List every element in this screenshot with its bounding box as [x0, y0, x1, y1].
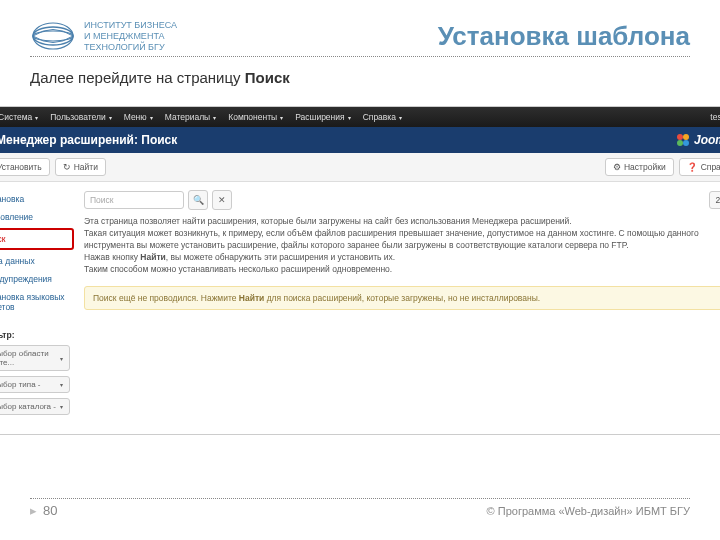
instruction-bold: Поиск: [245, 69, 290, 86]
svg-point-4: [683, 134, 689, 140]
instruction-prefix: Далее перейдите на страницу: [30, 69, 245, 86]
sidebar-item-database[interactable]: База данных: [0, 252, 70, 270]
svg-point-3: [677, 134, 683, 140]
help-text: Эта страница позволяет найти расширения,…: [84, 216, 720, 275]
search-icon: 🔍: [193, 195, 204, 205]
help-line-1: Эта страница позволяет найти расширения,…: [84, 216, 720, 228]
page-size-select[interactable]: 20: [709, 191, 720, 209]
settings-button[interactable]: ⚙Настройки: [605, 158, 674, 176]
admin-top-menu: ✦ Система ▾ Пользователи ▾ Меню ▾ Матери…: [0, 107, 720, 127]
sidebar: Установка Обновление Поиск База данных П…: [0, 190, 70, 420]
sidebar-item-langpacks[interactable]: Установка языковых пакетов: [0, 288, 70, 316]
menu-materials[interactable]: Материалы ▾: [165, 112, 217, 122]
refresh-icon: ↻: [63, 162, 71, 172]
filter-catalog-select[interactable]: - Выбор каталога -▾: [0, 398, 70, 415]
sidebar-item-warnings[interactable]: Предупреждения: [0, 270, 70, 288]
sidebar-item-install[interactable]: Установка: [0, 190, 70, 208]
warning-alert: Поиск ещё не проводился. Нажмите Найти д…: [84, 286, 720, 310]
joomla-brand: Joomla!: [676, 133, 720, 147]
logo-text-1: ИНСТИТУТ БИЗНЕСА: [84, 20, 177, 31]
chevron-down-icon: ▾: [60, 403, 63, 410]
joomla-admin-screenshot: ✦ Система ▾ Пользователи ▾ Меню ▾ Матери…: [0, 106, 720, 435]
copyright: © Программа «Web-дизайн» ИБМТ БГУ: [487, 505, 690, 517]
filter-heading: Фильтр:: [0, 330, 70, 340]
toolbar: ⬆Установить ↻Найти ⚙Настройки ❓Справка: [0, 153, 720, 182]
search-input[interactable]: Поиск: [84, 191, 184, 209]
menu-users[interactable]: Пользователи ▾: [50, 112, 111, 122]
install-button[interactable]: ⬆Установить: [0, 158, 50, 176]
filter-type-select[interactable]: - Выбор типа -▾: [0, 376, 70, 393]
slide-title: Установка шаблона: [438, 21, 690, 52]
header-divider: [30, 56, 690, 57]
site-name[interactable]: test_site: [710, 112, 720, 122]
instruction-text: Далее перейдите на страницу Поиск: [30, 69, 690, 86]
help-line-2: Такая ситуация может возникнуть, к приме…: [84, 228, 720, 252]
sidebar-item-update[interactable]: Обновление: [0, 208, 70, 226]
institute-logo: ИНСТИТУТ БИЗНЕСА И МЕНЕДЖМЕНТА ТЕХНОЛОГИ…: [30, 20, 177, 52]
chevron-down-icon: ▾: [60, 381, 63, 388]
svg-point-6: [683, 140, 689, 146]
sidebar-item-search[interactable]: Поиск: [0, 228, 74, 250]
svg-point-5: [677, 140, 683, 146]
filter-site-select[interactable]: - Выбор области систе...▾: [0, 345, 70, 371]
logo-text-3: ТЕХНОЛОГИЙ БГУ: [84, 42, 177, 53]
logo-text-2: И МЕНЕДЖМЕНТА: [84, 31, 177, 42]
page-number: ▸80: [30, 503, 57, 518]
find-button[interactable]: ↻Найти: [55, 158, 106, 176]
menu-menu[interactable]: Меню ▾: [124, 112, 153, 122]
gear-icon: ⚙: [613, 162, 621, 172]
help-line-3: Таким способом можно устанавливать неско…: [84, 264, 720, 276]
chevron-down-icon: ▾: [60, 355, 63, 362]
menu-system[interactable]: Система ▾: [0, 112, 38, 122]
close-icon: ✕: [218, 195, 226, 205]
search-clear-button[interactable]: ✕: [212, 190, 232, 210]
help-icon: ❓: [687, 162, 698, 172]
menu-extensions[interactable]: Расширения ▾: [295, 112, 350, 122]
search-submit-button[interactable]: 🔍: [188, 190, 208, 210]
page-title: Менеджер расширений: Поиск: [0, 133, 177, 147]
footer-divider: [30, 498, 690, 499]
help-button[interactable]: ❓Справка: [679, 158, 720, 176]
menu-help[interactable]: Справка ▾: [363, 112, 402, 122]
help-line-2b: Нажав кнопку Найти, вы можете обнаружить…: [84, 252, 720, 264]
menu-components[interactable]: Компоненты ▾: [228, 112, 283, 122]
